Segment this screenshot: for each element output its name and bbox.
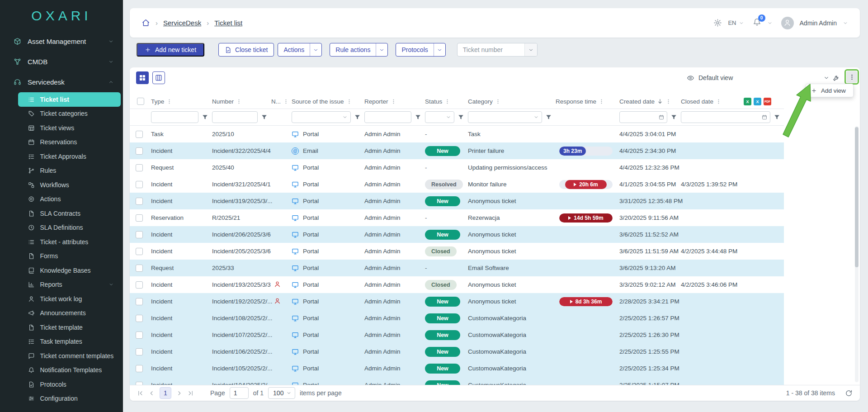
filter-source-box[interactable]: [292, 111, 351, 123]
row-checkbox[interactable]: [136, 298, 143, 305]
select-all-checkbox[interactable]: [137, 98, 144, 105]
vertical-scrollbar[interactable]: [855, 126, 859, 382]
sidebar-item-protocols[interactable]: Protocols: [0, 377, 123, 392]
filter-number-box[interactable]: [212, 111, 258, 123]
row-checkbox[interactable]: [136, 164, 143, 171]
sidebar-item-sla-contracts[interactable]: SLA Contracts: [0, 206, 123, 221]
column-header-response_time[interactable]: Response time: [556, 98, 619, 105]
user-menu[interactable]: Admin Admin: [800, 19, 837, 27]
column-header-note[interactable]: N...: [271, 98, 292, 105]
filter-category-input[interactable]: [468, 112, 533, 123]
column-header-created[interactable]: Created date: [619, 98, 681, 105]
current-page-button[interactable]: 1: [160, 387, 171, 399]
sidebar-item-sla-definitions[interactable]: SLA Definitions: [0, 221, 123, 235]
sidebar-item-actions[interactable]: Actions: [0, 192, 123, 207]
row-checkbox[interactable]: [136, 181, 143, 188]
last-page-button[interactable]: [187, 390, 194, 397]
column-menu-icon[interactable]: [166, 99, 172, 104]
filter-funnel-icon[interactable]: [458, 114, 464, 121]
sidebar-item-ticket-list[interactable]: Ticket list: [18, 92, 121, 107]
column-menu-icon[interactable]: [716, 99, 722, 104]
row-checkbox[interactable]: [136, 131, 143, 138]
filter-status-input[interactable]: [425, 112, 446, 123]
column-menu-icon[interactable]: [444, 99, 450, 104]
ticket-row[interactable]: Request2025/40PortalAdmin Admin-Updating…: [130, 159, 784, 176]
row-checkbox[interactable]: [136, 248, 143, 255]
sidebar-item-ticket-approvals[interactable]: Ticket Approvals: [0, 149, 123, 164]
view-menu-button[interactable]: [846, 71, 857, 83]
chevron-down-icon[interactable]: [767, 20, 773, 26]
column-menu-icon[interactable]: [346, 99, 352, 104]
excel-export-icon[interactable]: X: [744, 98, 751, 105]
column-header-reporter[interactable]: Reporter: [364, 98, 425, 105]
ticket-row[interactable]: IncidentIncident/107/2025/2/...PortalAdm…: [130, 327, 784, 343]
rule-actions-dropdown[interactable]: Rule actions: [330, 43, 388, 57]
protocols-dropdown[interactable]: Protocols: [396, 43, 445, 57]
avatar[interactable]: [781, 17, 794, 29]
sidebar-item-workflows[interactable]: Workflows: [0, 178, 123, 192]
sidebar-item-cmdb[interactable]: CMDB: [0, 52, 123, 72]
sidebar-item-ticket-categories[interactable]: Ticket categories: [0, 107, 123, 121]
ticket-row[interactable]: IncidentIncident/321/2025/4/1PortalAdmin…: [130, 176, 784, 193]
row-checkbox[interactable]: [136, 147, 143, 155]
sidebar-item-rules[interactable]: Rules: [0, 164, 123, 178]
column-menu-icon[interactable]: [599, 99, 604, 104]
column-header-status[interactable]: Status: [425, 98, 468, 105]
filter-funnel-icon[interactable]: [670, 114, 677, 121]
filter-status-box[interactable]: [425, 111, 454, 123]
row-checkbox[interactable]: [136, 214, 143, 222]
sidebar-item-task-templates[interactable]: Task templates: [0, 335, 123, 349]
view-selector[interactable]: Default view: [687, 71, 830, 84]
row-checkbox[interactable]: [136, 198, 143, 205]
filter-number-input[interactable]: [212, 112, 257, 123]
row-checkbox[interactable]: [136, 265, 143, 272]
sidebar-item-servicedesk[interactable]: Servicedesk: [0, 72, 123, 92]
filter-funnel-icon[interactable]: [202, 114, 208, 121]
ticket-row[interactable]: IncidentIncident/192/2025/2/...PortalAdm…: [130, 293, 784, 310]
actions-dropdown[interactable]: Actions: [278, 43, 322, 57]
scrollbar-thumb[interactable]: [855, 127, 859, 267]
column-header-type[interactable]: Type: [151, 98, 212, 105]
filter-reporter-box[interactable]: [364, 111, 411, 123]
filter-type-input[interactable]: [151, 112, 198, 123]
ticket-row[interactable]: IncidentIncident/206/2025/3/6PortalAdmin…: [130, 226, 784, 243]
sidebar-item-ticket-comment-templates[interactable]: Ticket comment templates: [0, 349, 123, 363]
row-checkbox[interactable]: [136, 281, 143, 289]
sidebar-item-notification-templates[interactable]: Notification Templates: [0, 363, 123, 378]
ticket-row[interactable]: IncidentIncident/319/2025/3/...PortalAdm…: [130, 193, 784, 209]
filter-reporter-input[interactable]: [365, 112, 411, 123]
ticket-row[interactable]: IncidentIncident/205/2025/3/6PortalAdmin…: [130, 243, 784, 260]
filter-funnel-icon[interactable]: [774, 114, 780, 121]
column-view-toggle[interactable]: [152, 71, 165, 84]
sidebar-item-knowledge-bases[interactable]: Knowledge Bases: [0, 263, 123, 278]
breadcrumb-ticket-list[interactable]: Ticket list: [214, 19, 242, 27]
ticket-row[interactable]: IncidentIncident/105/2025/2/...PortalAdm…: [130, 360, 784, 377]
grid-view-toggle[interactable]: [136, 71, 149, 84]
sidebar-item-ticket-work-log[interactable]: Ticket work log: [0, 292, 123, 306]
row-checkbox[interactable]: [136, 365, 143, 372]
language-selector[interactable]: EN: [728, 19, 744, 26]
view-settings-button[interactable]: [830, 71, 843, 84]
column-header-category[interactable]: Category: [468, 98, 556, 105]
ticket-row[interactable]: IncidentIncident/106/2025/2/...PortalAdm…: [130, 343, 784, 360]
column-header-number[interactable]: Number: [212, 98, 271, 105]
pdf-export-icon[interactable]: PDF: [764, 98, 771, 105]
column-menu-icon[interactable]: [236, 99, 242, 104]
filter-category-box[interactable]: [468, 111, 542, 123]
ticket-row[interactable]: IncidentIncident/322/2025/4/4@EmailAdmin…: [130, 142, 784, 159]
csv-export-icon[interactable]: X: [754, 98, 761, 105]
ticket-row[interactable]: IncidentIncident/193/2025/3/3PortalAdmin…: [130, 276, 784, 293]
filter-created-box[interactable]: [619, 111, 667, 123]
sidebar-item-ticket-attributes[interactable]: Ticket - attributes: [0, 235, 123, 249]
filter-funnel-icon[interactable]: [261, 114, 268, 121]
filter-source-input[interactable]: [292, 112, 342, 123]
ticket-row[interactable]: IncidentIncident/108/2025/2/...PortalAdm…: [130, 310, 784, 327]
previous-page-button[interactable]: [148, 390, 155, 397]
chevron-down-icon[interactable]: [843, 20, 848, 26]
row-checkbox[interactable]: [136, 315, 143, 322]
refresh-icon[interactable]: [845, 389, 853, 397]
filter-funnel-icon[interactable]: [354, 114, 361, 121]
sidebar-item-forms[interactable]: Forms: [0, 249, 123, 264]
sidebar-item-ticket-views[interactable]: Ticket views: [0, 121, 123, 135]
column-menu-icon[interactable]: [495, 99, 501, 104]
